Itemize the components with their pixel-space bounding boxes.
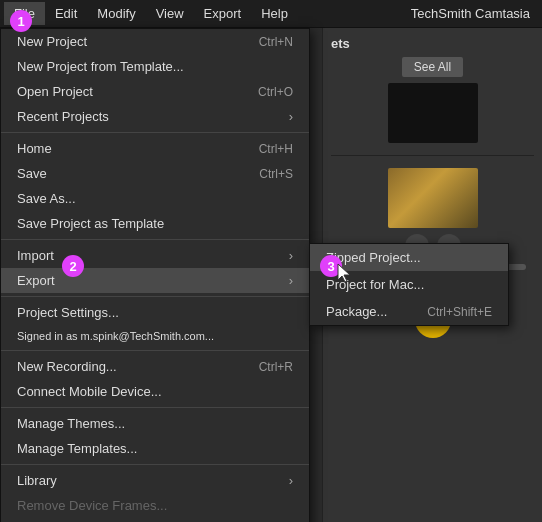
menu-modify[interactable]: Modify [87, 2, 145, 25]
menu-item-remove-device-frames: Remove Device Frames... [1, 493, 309, 518]
menu-item-manage-themes[interactable]: Manage Themes... [1, 411, 309, 436]
menu-item-signed-in[interactable]: Signed in as m.spink@TechSmith.com... [1, 325, 309, 347]
thumbnail-image-1 [388, 83, 478, 143]
step-badge-2: 2 [62, 255, 84, 277]
menu-item-library[interactable]: Library › [1, 468, 309, 493]
file-dropdown-menu: New Project Ctrl+N New Project from Temp… [0, 28, 310, 522]
see-all-button-1[interactable]: See All [402, 57, 463, 77]
separator-5 [1, 407, 309, 408]
menu-item-export[interactable]: Export › [1, 268, 309, 293]
menu-view[interactable]: View [146, 2, 194, 25]
menu-item-import[interactable]: Import › [1, 243, 309, 268]
panel-title-1: ets [331, 36, 534, 51]
thumbnail-image-2 [388, 168, 478, 228]
thumbnail-2 [388, 168, 478, 228]
step-badge-1: 1 [10, 10, 32, 32]
panel-section-1: ets See All [323, 28, 542, 155]
menu-item-batch-export[interactable]: Batch Export... [1, 518, 309, 522]
separator-6 [1, 464, 309, 465]
submenu-item-package[interactable]: Package... Ctrl+Shift+E [310, 298, 508, 325]
menu-item-project-settings[interactable]: Project Settings... [1, 300, 309, 325]
separator-1 [1, 132, 309, 133]
menu-edit[interactable]: Edit [45, 2, 87, 25]
menu-item-new-recording[interactable]: New Recording... Ctrl+R [1, 354, 309, 379]
separator-3 [1, 296, 309, 297]
menu-help[interactable]: Help [251, 2, 298, 25]
menu-item-save-as[interactable]: Save As... [1, 186, 309, 211]
menu-export[interactable]: Export [194, 2, 252, 25]
menu-item-connect-mobile[interactable]: Connect Mobile Device... [1, 379, 309, 404]
menu-item-new-project[interactable]: New Project Ctrl+N [1, 29, 309, 54]
menu-item-open-project[interactable]: Open Project Ctrl+O [1, 79, 309, 104]
separator-4 [1, 350, 309, 351]
menu-item-home[interactable]: Home Ctrl+H [1, 136, 309, 161]
cursor-indicator [336, 262, 350, 285]
menu-item-new-from-template[interactable]: New Project from Template... [1, 54, 309, 79]
menu-item-manage-templates[interactable]: Manage Templates... [1, 436, 309, 461]
menu-bar: File Edit Modify View Export Help TechSm… [0, 0, 542, 28]
menu-item-recent-projects[interactable]: Recent Projects › [1, 104, 309, 129]
separator-2 [1, 239, 309, 240]
thumbnail-1 [388, 83, 478, 143]
menu-item-save-as-template[interactable]: Save Project as Template [1, 211, 309, 236]
app-title: TechSmith Camtasia [411, 6, 538, 21]
menu-item-save[interactable]: Save Ctrl+S [1, 161, 309, 186]
svg-marker-0 [338, 264, 350, 282]
